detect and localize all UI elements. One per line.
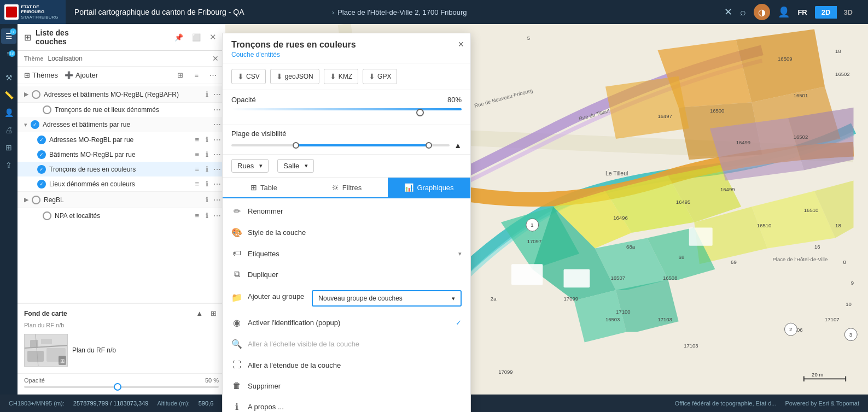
- group-dropdown[interactable]: Nouveau groupe de couches ▾: [312, 290, 462, 307]
- layer-info-btn-4[interactable]: ℹ: [204, 164, 210, 174]
- left-icon-layers[interactable]: ☰ 18: [1, 28, 16, 44]
- layer-more-5[interactable]: ⋯: [213, 180, 221, 189]
- opacity-thumb[interactable]: [416, 109, 424, 116]
- pin-button[interactable]: 📌: [172, 32, 185, 43]
- layer-toggle-npa[interactable]: [43, 211, 51, 220]
- layer-row-npa[interactable]: NPA et localités ≡ ℹ ⋯: [18, 208, 225, 223]
- layer-table-btn-2[interactable]: ≡: [193, 150, 201, 159]
- layer-group-header-par-rue[interactable]: ▾ Adresses et bâtiments par rue ⋯: [18, 117, 225, 132]
- left-icon-person[interactable]: 👤: [1, 105, 16, 120]
- group-toggle-par-rue[interactable]: [31, 120, 39, 129]
- group-toggle-addresses[interactable]: [32, 90, 40, 99]
- layer-table-btn-3[interactable]: ≡: [193, 164, 201, 174]
- layer-table-btn-4[interactable]: ≡: [193, 179, 201, 189]
- close-panel-button[interactable]: ✕: [207, 31, 219, 43]
- menu-item-style[interactable]: 🎨 Style de la couche: [223, 222, 470, 243]
- lang-button[interactable]: FR: [797, 8, 807, 16]
- layer-toggle-lieux-coul[interactable]: [37, 180, 46, 189]
- fond-carte-qr[interactable]: ⊞: [208, 308, 219, 319]
- menu-item-ajouter-groupe[interactable]: 📁 Ajouter au groupe Nouveau groupe de co…: [223, 285, 470, 312]
- menu-item-etiquettes[interactable]: 🏷 Etiquettes ▾: [223, 243, 470, 264]
- menu-item-apropos[interactable]: ℹ A propos ...: [223, 396, 470, 412]
- theme-close-button[interactable]: ✕: [212, 54, 219, 63]
- left-icon-ruler[interactable]: 📏: [1, 87, 16, 103]
- menu-item-supprimer[interactable]: 🗑 Supprimer: [223, 375, 470, 396]
- layer-info-btn-1[interactable]: ℹ: [204, 90, 210, 99]
- fond-carte-expand[interactable]: ▲: [194, 308, 205, 319]
- export-kmz-button[interactable]: ⬇ KMZ: [324, 69, 358, 84]
- thumbnail-expand-btn[interactable]: ⊞: [59, 356, 66, 365]
- layer-group-header-regbl[interactable]: ▶ RegBL ℹ ⋯: [18, 192, 225, 208]
- left-icon-share[interactable]: ⇪: [1, 157, 16, 173]
- dropdown-salle[interactable]: Salle ▾: [277, 159, 314, 173]
- left-icon-print[interactable]: 🖨: [1, 122, 16, 138]
- user-button[interactable]: 👤: [778, 6, 790, 18]
- export-geojson-button[interactable]: ⬇ geoJSON: [270, 69, 319, 84]
- layer-table-btn-1[interactable]: ≡: [193, 135, 201, 144]
- layer-more-2[interactable]: ⋯: [213, 136, 221, 144]
- layer-info-btn-2[interactable]: ℹ: [204, 135, 210, 144]
- layer-info-btn-6[interactable]: ℹ: [204, 195, 210, 204]
- group-expand-icon-3: ▶: [24, 196, 28, 203]
- add-layer-button[interactable]: ➕ Ajouter: [65, 71, 98, 79]
- expand-button[interactable]: ⬜: [190, 32, 203, 43]
- activer-check-icon: ✓: [456, 319, 462, 327]
- svg-marker-26: [605, 76, 689, 139]
- fond-carte-header: Fond de carte ▲ ⊞: [24, 308, 219, 319]
- layer-more-3[interactable]: ⋯: [213, 150, 221, 159]
- opacity-slider-thumb[interactable]: [114, 383, 121, 391]
- tab-table[interactable]: ⊞ Table: [223, 178, 305, 197]
- layer-group-header-addresses[interactable]: ▶ Adresses et bâtiments MO-RegBL (RegBAF…: [18, 86, 225, 102]
- popup-opacity-slider[interactable]: [231, 108, 462, 119]
- export-gpx-button[interactable]: ⬇ GPX: [363, 69, 397, 84]
- map-thumbnail[interactable]: ⊞: [24, 334, 68, 367]
- layer-info-btn-7[interactable]: ℹ: [204, 211, 210, 220]
- fond-preview: ⊞ Plan du RF n/b: [24, 332, 219, 369]
- layer-more-troncons[interactable]: ⋯: [213, 105, 221, 114]
- filter-icon-btn[interactable]: ⊞: [175, 70, 185, 80]
- layer-more-btn-1[interactable]: ⋯: [213, 90, 221, 99]
- tab-filtres[interactable]: ⛭ Filtres: [305, 178, 388, 197]
- layer-toggle-troncons-coul[interactable]: [37, 165, 46, 174]
- layer-row-troncons[interactable]: Tronçons de rue et lieux dénommés ⋯: [18, 103, 225, 117]
- left-icon-list[interactable]: ≡ 18: [1, 46, 16, 61]
- layer-row-adresses-mo[interactable]: Adresses MO-RegBL par rue ≡ ℹ ⋯: [18, 132, 225, 147]
- left-icon-tools[interactable]: ⚒: [1, 70, 16, 85]
- layer-more-par-rue[interactable]: ⋯: [213, 120, 221, 129]
- logo-area: ETAT DE FRIBOURG STAAT FREIBURG: [0, 0, 66, 24]
- tab-graphiques[interactable]: 📊 Graphiques: [388, 178, 470, 197]
- layer-toggle-troncons[interactable]: [43, 105, 51, 114]
- dropdown-rues[interactable]: Rues ▾: [231, 159, 269, 173]
- collapse-all-btn[interactable]: ≡: [192, 70, 201, 80]
- close-button[interactable]: ✕: [724, 6, 732, 18]
- view-3d-button[interactable]: 3D: [837, 6, 859, 19]
- more-options-btn[interactable]: ⋯: [207, 70, 219, 80]
- view-2d-button[interactable]: 2D: [815, 6, 837, 19]
- topbar: ETAT DE FRIBOURG STAAT FREIBURG Portail …: [0, 0, 868, 24]
- layer-more-6[interactable]: ⋯: [213, 196, 221, 204]
- left-icon-grid[interactable]: ⊞: [1, 140, 16, 155]
- search-button[interactable]: ⌕: [740, 7, 746, 18]
- themes-button[interactable]: ⊞ Thèmes: [24, 71, 58, 79]
- layer-toggle-adresses-mo[interactable]: [37, 136, 46, 144]
- export-csv-button[interactable]: ⬇ CSV: [231, 69, 266, 84]
- visibility-thumb-left[interactable]: [293, 142, 299, 149]
- layer-table-btn-5[interactable]: ≡: [193, 211, 201, 220]
- visibility-thumb-right[interactable]: [426, 142, 432, 149]
- popup-close-button[interactable]: ×: [458, 39, 464, 50]
- layer-row-lieux-couleurs[interactable]: Lieux dénommés en couleurs ≡ ℹ ⋯: [18, 176, 225, 191]
- layer-row-batiments-mo[interactable]: Bâtiments MO-RegBL par rue ≡ ℹ ⋯: [18, 147, 225, 162]
- layer-info-btn-3[interactable]: ℹ: [204, 150, 210, 159]
- menu-item-activer[interactable]: ◉ Activer l'identification (popup) ✓: [223, 312, 470, 333]
- layer-toggle-batiments-mo[interactable]: [37, 150, 46, 159]
- layer-info-btn-5[interactable]: ℹ: [204, 179, 210, 189]
- contrast-button[interactable]: ◑: [754, 4, 770, 20]
- layer-row-troncons-couleurs[interactable]: Tronçons de rues en couleurs ≡ ℹ ⋯: [18, 162, 225, 176]
- layer-more-4[interactable]: ⋯: [213, 165, 221, 174]
- menu-item-renommer[interactable]: ✏ Renommer: [223, 201, 470, 222]
- layer-more-7[interactable]: ⋯: [213, 211, 221, 220]
- menu-item-dupliquer[interactable]: ⧉ Dupliquer: [223, 264, 470, 285]
- menu-item-etendue[interactable]: ⛶ Aller à l'étendue de la couche: [223, 355, 470, 375]
- group-toggle-regbl[interactable]: [32, 196, 40, 204]
- visibility-track: [231, 144, 450, 146]
